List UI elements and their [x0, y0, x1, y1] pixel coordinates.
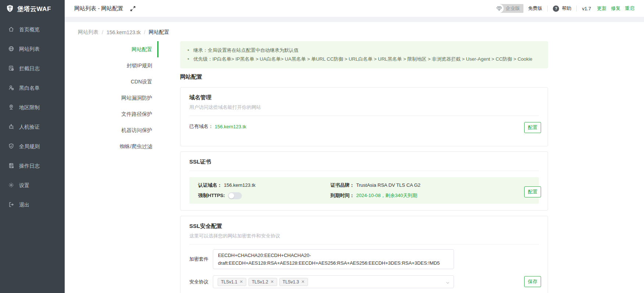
protocol-tag: TLSv1.1 ✕: [218, 278, 246, 286]
user-list-icon: [8, 85, 14, 92]
submenu-item-cdn-settings[interactable]: CDN设置: [78, 74, 158, 90]
notice-inherit-text: 继承：全局设置将在站点配置中自动继承为默认值: [193, 46, 298, 55]
sidebar: 堡塔云WAF 首页概览 网站列表 拦截日志 黑白名单 地区限制 人机验证 全: [0, 0, 65, 293]
protocol-tag: TLSv1.2 ✕: [248, 278, 277, 286]
submenu-item-spider-filter[interactable]: 蜘蛛/爬虫过滤: [78, 138, 158, 154]
chevron-down-icon: [446, 280, 450, 286]
operation-log-icon: [8, 162, 14, 170]
ssl-security-card: SSL安全配置 这里可以选择您的网站加密套件和安全协议 加密套件 EECDH+C…: [180, 216, 548, 293]
ssl-cert-right-col: 证书品牌： TrustAsia RSA DV TLS CA G2 到期时间： 2…: [330, 181, 421, 200]
sidebar-item-label: 操作日志: [19, 163, 40, 169]
topbar-right: 企业版 免费版 ? 帮助 v1.7 更新 修复 重启: [495, 4, 634, 13]
shield-check-icon: [8, 143, 14, 150]
repair-link[interactable]: 修复: [611, 5, 620, 12]
submenu-item-site-config[interactable]: 网站配置: [78, 41, 158, 57]
sidebar-item-logout[interactable]: 退出: [0, 195, 65, 215]
sidebar-item-global-rules[interactable]: 全局规则: [0, 137, 65, 156]
force-https-label: 强制HTTPS:: [198, 191, 225, 200]
cert-brand-label: 证书品牌：: [330, 181, 354, 190]
notice-priority-text: 优先级：IP白名单> IP黑名单 > UA白名单> UA黑名单 > 单URL C…: [193, 55, 532, 64]
sidebar-item-settings[interactable]: 设置: [0, 176, 65, 195]
cert-expire-value: 2024-10-08，剩余340天到期: [356, 191, 417, 200]
existing-domain-value: 156.kern123.tk: [215, 124, 246, 129]
ssl-cert-info-box: 认证域名： 156.kern123.tk 强制HTTPS: 证书品牌： Trus…: [189, 177, 539, 204]
breadcrumb-separator: /: [99, 29, 107, 35]
ssl-config-button[interactable]: 配置: [524, 186, 541, 197]
submenu-item-bot-access-protect[interactable]: 机器访问保护: [78, 122, 158, 138]
auth-domain-label: 认证域名：: [198, 181, 222, 190]
submenu-item-file-path-protect[interactable]: 文件路径保护: [78, 106, 158, 122]
logout-icon: [8, 201, 14, 209]
toggle-knob: [229, 193, 234, 199]
divider: [189, 171, 539, 171]
domain-config-button[interactable]: 配置: [524, 122, 541, 133]
edition-switcher: 企业版 免费版: [495, 4, 542, 13]
divider: [189, 115, 539, 116]
cert-brand-value: TrustAsia RSA DV TLS CA G2: [356, 181, 421, 190]
card-subtitle: 用户访问这些域名能打开你的网站: [189, 104, 539, 111]
app-logo: 堡塔云WAF: [0, 0, 65, 18]
sidebar-item-captcha[interactable]: 人机验证: [0, 117, 65, 137]
update-link[interactable]: 更新: [597, 5, 607, 12]
help-button[interactable]: ? 帮助: [553, 5, 571, 12]
main-column: • 继承：全局设置将在站点配置中自动继承为默认值 • 优先级：IP白名单> IP…: [180, 41, 548, 293]
fullscreen-icon[interactable]: [130, 6, 136, 12]
cipher-suite-label: 加密套件: [189, 256, 210, 262]
breadcrumb-current: 网站配置: [149, 29, 169, 36]
sidebar-item-label: 退出: [19, 202, 29, 208]
existing-domain-row: 已有域名： 156.kern123.tk: [189, 123, 539, 130]
restart-link[interactable]: 重启: [625, 5, 634, 12]
cipher-suite-input[interactable]: EECDH+CHACHA20:EECDH+CHACHA20-draft:EECD…: [213, 249, 454, 269]
remove-tag-icon[interactable]: ✕: [301, 279, 305, 284]
submenu-item-block-ip-rules[interactable]: 封锁IP规则: [78, 57, 158, 74]
protocol-row: 安全协议 TLSv1.1 ✕ TLSv1.2 ✕ TLSv1.3 ✕: [189, 275, 539, 288]
sidebar-item-label: 设置: [19, 182, 29, 189]
sidebar-item-label: 地区限制: [19, 104, 40, 111]
force-https-toggle[interactable]: [228, 192, 242, 199]
sidebar-item-black-white-list[interactable]: 黑白名单: [0, 78, 65, 98]
version-label: v1.7: [582, 6, 591, 11]
inherit-notice: • 继承：全局设置将在站点配置中自动继承为默认值 • 优先级：IP白名单> IP…: [180, 41, 548, 68]
breadcrumb-domain[interactable]: 156.kern123.tk: [107, 29, 141, 35]
remove-tag-icon[interactable]: ✕: [240, 279, 243, 284]
sidebar-item-label: 黑白名单: [19, 85, 40, 92]
sidebar-item-label: 人机验证: [19, 124, 40, 131]
protocol-tag-label: TLSv1.2: [252, 279, 268, 285]
notice-line-priority: • 优先级：IP白名单> IP黑名单 > UA白名单> UA黑名单 > 单URL…: [187, 55, 541, 64]
card-title: 域名管理: [189, 94, 539, 101]
protocol-tag-label: TLSv1.1: [221, 279, 237, 285]
globe-icon: [8, 46, 14, 53]
domain-manage-card: 域名管理 用户访问这些域名能打开你的网站 已有域名： 156.kern123.t…: [180, 87, 548, 146]
edition-free-link[interactable]: 免费版: [528, 5, 542, 12]
sidebar-item-label: 拦截日志: [19, 65, 40, 72]
sidebar-item-label: 网站列表: [19, 46, 40, 53]
sidebar-item-operation-log[interactable]: 操作日志: [0, 156, 65, 176]
card-title: SSL证书: [189, 158, 539, 165]
sidebar-menu: 首页概览 网站列表 拦截日志 黑白名单 地区限制 人机验证 全局规则 操作日志: [0, 20, 65, 215]
notice-line-inherit: • 继承：全局设置将在站点配置中自动继承为默认值: [187, 46, 541, 55]
content-panel: 网站列表 / 156.kern123.tk / 网站配置 网站配置 封锁IP规则…: [65, 22, 644, 293]
sidebar-item-site-list[interactable]: 网站列表: [0, 39, 65, 59]
protocol-tag: TLSv1.3 ✕: [279, 278, 308, 286]
ssl-cert-card: SSL证书 认证域名： 156.kern123.tk 强制HTTPS:: [180, 151, 548, 211]
protocol-multiselect[interactable]: TLSv1.1 ✕ TLSv1.2 ✕ TLSv1.3 ✕: [213, 275, 454, 288]
protocol-tag-label: TLSv1.3: [283, 279, 299, 285]
gear-icon: [8, 182, 14, 189]
cert-expire-label: 到期时间：: [330, 191, 354, 200]
submenu-item-vulnerability-protect[interactable]: 网站漏洞防护: [78, 90, 158, 106]
force-https-row: 强制HTTPS:: [198, 191, 330, 200]
shield-icon: [6, 4, 14, 14]
question-circle-icon: ?: [553, 6, 559, 12]
location-pin-icon: [8, 104, 14, 111]
auth-domain-value: 156.kern123.tk: [224, 181, 255, 190]
home-icon: [8, 26, 14, 33]
remove-tag-icon[interactable]: ✕: [271, 279, 274, 284]
bullet: •: [187, 46, 193, 55]
breadcrumb-site-list[interactable]: 网站列表: [78, 29, 99, 36]
sidebar-item-region-limit[interactable]: 地区限制: [0, 98, 65, 117]
save-button[interactable]: 保存: [524, 276, 541, 287]
sidebar-item-block-log[interactable]: 拦截日志: [0, 59, 65, 78]
help-label: 帮助: [562, 5, 571, 12]
sidebar-item-home[interactable]: 首页概览: [0, 20, 65, 39]
card-subtitle: 这里可以选择您的网站加密套件和安全协议: [189, 233, 539, 239]
